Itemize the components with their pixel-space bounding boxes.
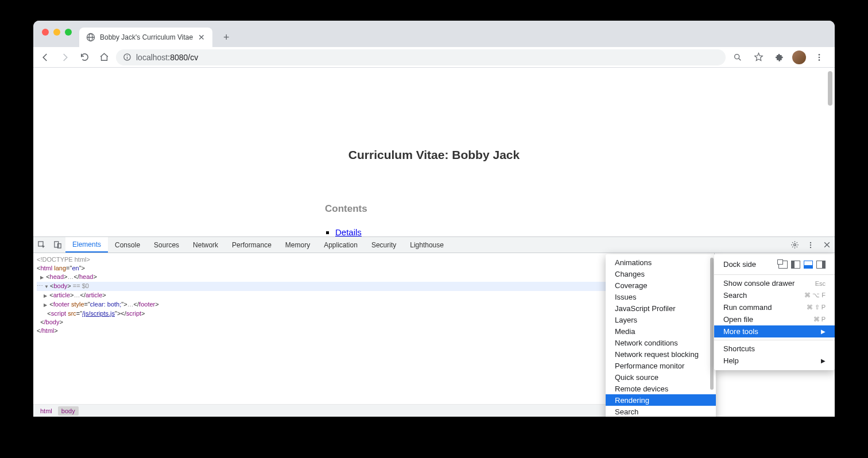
close-window-button[interactable]: [42, 29, 49, 36]
devtools-tab-sources[interactable]: Sources: [147, 237, 186, 253]
svg-point-15: [810, 242, 811, 243]
submenu-item-layers[interactable]: Layers: [606, 314, 716, 325]
contents-list: Details: [325, 227, 543, 236]
menu-separator: [714, 340, 835, 340]
device-toggle-icon[interactable]: [49, 237, 65, 253]
globe-icon: [86, 33, 95, 42]
new-tab-button[interactable]: +: [218, 29, 234, 45]
devtools-close-icon[interactable]: [819, 237, 835, 253]
crumb-html[interactable]: html: [37, 406, 56, 416]
menu-separator: [714, 274, 835, 275]
devtools-tab-console[interactable]: Console: [108, 237, 147, 253]
svg-point-17: [810, 246, 811, 247]
submenu-item-coverage[interactable]: Coverage: [606, 280, 716, 291]
submenu-item-network-request-blocking[interactable]: Network request blocking: [606, 348, 716, 360]
submenu-item-issues[interactable]: Issues: [606, 291, 716, 302]
devtools-tab-security[interactable]: Security: [365, 237, 403, 253]
dock-bottom-icon[interactable]: [804, 261, 813, 269]
devtools-menu-icon[interactable]: [803, 237, 819, 253]
submenu-item-remote-devices[interactable]: Remote devices: [606, 383, 716, 394]
menu-item-run-command[interactable]: Run command⌘ ⇧ P: [714, 301, 835, 313]
reload-button[interactable]: [77, 50, 92, 65]
browser-toolbar: localhost:8080/cv: [33, 47, 835, 68]
page-heading: Curriculum Vitae: Bobby Jack: [348, 148, 520, 162]
url-text: localhost:8080/cv: [136, 53, 198, 62]
menu-item-help[interactable]: Help▶: [714, 355, 835, 367]
contents-heading: Contents: [325, 203, 543, 215]
menu-item-shortcuts[interactable]: Shortcuts: [714, 343, 835, 355]
more-tools-submenu: AnimationsChangesCoverageIssuesJavaScrip…: [606, 254, 716, 417]
svg-point-9: [819, 56, 820, 58]
menu-item-search[interactable]: Search⌘ ⌥ F: [714, 289, 835, 301]
submenu-item-network-conditions[interactable]: Network conditions: [606, 337, 716, 348]
devtools-tab-network[interactable]: Network: [186, 237, 225, 253]
svg-point-10: [819, 59, 820, 61]
bookmark-icon[interactable]: [751, 50, 766, 65]
devtools-tab-application[interactable]: Application: [317, 237, 365, 253]
crumb-body[interactable]: body: [58, 406, 79, 416]
tab-title: Bobby Jack's Curriculum Vitae: [100, 33, 193, 41]
list-item: Details: [335, 227, 543, 236]
dock-left-icon[interactable]: [791, 261, 800, 269]
address-bar[interactable]: localhost:8080/cv: [116, 49, 726, 65]
maximize-window-button[interactable]: [65, 29, 72, 36]
page-scrollbar[interactable]: [828, 71, 832, 106]
inspect-element-icon[interactable]: [33, 237, 49, 253]
devtools-main-menu: Dock side Show console drawerEscSearch⌘ …: [714, 254, 835, 370]
menu-item-more-tools[interactable]: More tools▶: [714, 325, 835, 337]
svg-point-14: [793, 244, 796, 246]
menu-item-open-file[interactable]: Open file⌘ P: [714, 313, 835, 325]
devtools-tab-performance[interactable]: Performance: [225, 237, 278, 253]
submenu-item-javascript-profiler[interactable]: JavaScript Profiler: [606, 302, 716, 314]
forward-button[interactable]: [57, 50, 72, 65]
dock-side-row: Dock side: [714, 258, 835, 272]
home-button[interactable]: [96, 50, 111, 65]
dock-undock-icon[interactable]: [778, 261, 788, 269]
svg-line-7: [739, 59, 741, 60]
details-link[interactable]: Details: [335, 227, 362, 236]
devtools-tab-bar: ElementsConsoleSourcesNetworkPerformance…: [33, 237, 835, 253]
submenu-item-performance-monitor[interactable]: Performance monitor: [606, 360, 716, 371]
toolbar-right: [730, 50, 830, 65]
back-button[interactable]: [38, 50, 53, 65]
browser-menu-icon[interactable]: [812, 50, 827, 65]
devtools-tab-lighthouse[interactable]: Lighthouse: [403, 237, 451, 253]
submenu-item-rendering[interactable]: Rendering: [606, 394, 716, 406]
info-icon[interactable]: [123, 53, 131, 61]
profile-avatar[interactable]: [792, 51, 806, 64]
extensions-icon[interactable]: [772, 50, 786, 65]
dock-label: Dock side: [723, 260, 756, 269]
browser-tab[interactable]: Bobby Jack's Curriculum Vitae ✕: [79, 28, 212, 47]
svg-point-5: [127, 55, 128, 56]
devtools-tab-elements[interactable]: Elements: [65, 237, 108, 253]
svg-point-8: [819, 54, 820, 56]
submenu-item-animations[interactable]: Animations: [606, 257, 716, 268]
devtools-settings-icon[interactable]: [786, 237, 803, 253]
page-content: Curriculum Vitae: Bobby Jack Contents De…: [33, 68, 835, 236]
menu-item-show-console-drawer[interactable]: Show console drawerEsc: [714, 277, 835, 289]
tab-strip: Bobby Jack's Curriculum Vitae ✕ +: [33, 21, 835, 47]
submenu-item-search[interactable]: Search: [606, 406, 716, 417]
minimize-window-button[interactable]: [53, 29, 60, 36]
svg-point-16: [810, 244, 811, 245]
submenu-item-media[interactable]: Media: [606, 325, 716, 337]
dock-right-icon[interactable]: [816, 261, 826, 269]
viewport: Curriculum Vitae: Bobby Jack Contents De…: [33, 68, 835, 417]
devtools-tab-memory[interactable]: Memory: [278, 237, 317, 253]
browser-window: Bobby Jack's Curriculum Vitae ✕ + localh…: [33, 21, 835, 417]
zoom-icon[interactable]: [730, 50, 745, 65]
svg-point-6: [735, 54, 739, 59]
submenu-item-quick-source[interactable]: Quick source: [606, 371, 716, 383]
window-controls: [42, 29, 72, 36]
submenu-item-changes[interactable]: Changes: [606, 268, 716, 280]
submenu-scrollbar[interactable]: [710, 258, 714, 390]
devtools-panel: ElementsConsoleSourcesNetworkPerformance…: [33, 236, 835, 417]
close-tab-icon[interactable]: ✕: [197, 33, 206, 41]
